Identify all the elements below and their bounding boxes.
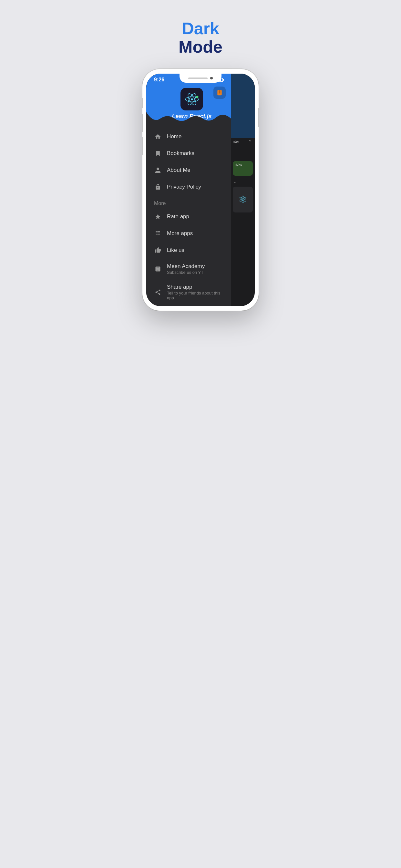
video-icon bbox=[154, 265, 162, 273]
react-atom-icon: ⚛ bbox=[238, 193, 248, 206]
about-label: About Me bbox=[167, 167, 190, 174]
share-label: Share app bbox=[167, 284, 223, 290]
bookmark-btn-inner bbox=[213, 87, 226, 99]
menu-item-home[interactable]: Home bbox=[146, 128, 231, 145]
react-logo-svg bbox=[183, 90, 201, 108]
menu-item-like[interactable]: Like us bbox=[146, 242, 231, 259]
apps-icon bbox=[154, 229, 162, 237]
volume-down-button bbox=[143, 137, 143, 155]
meen-text-group: Meen Academy Subscribe us on YT bbox=[167, 263, 205, 275]
svg-rect-2 bbox=[219, 90, 220, 94]
more-apps-label: More apps bbox=[167, 230, 193, 237]
bookmarks-icon bbox=[154, 150, 162, 157]
silent-button bbox=[143, 98, 143, 108]
menu-item-privacy[interactable]: Privacy Policy bbox=[146, 179, 231, 195]
status-time: 9:26 bbox=[154, 77, 164, 83]
svg-point-8 bbox=[196, 96, 198, 98]
lock-icon bbox=[154, 183, 162, 191]
home-label: Home bbox=[167, 133, 181, 140]
volume-up-button bbox=[143, 114, 143, 132]
menu-item-about[interactable]: About Me bbox=[146, 162, 231, 179]
phone-screen: nter ⌄ ricks ⌄ ⚛ 9:26 bbox=[146, 73, 255, 306]
chevron-down-icon-2: ⌄ bbox=[231, 178, 255, 185]
side-drawer: 9:26 ⊛ bbox=[146, 73, 231, 306]
meen-label: Meen Academy bbox=[167, 263, 205, 270]
menu-item-bookmarks[interactable]: Bookmarks bbox=[146, 145, 231, 162]
notch bbox=[180, 73, 221, 83]
privacy-label: Privacy Policy bbox=[167, 184, 201, 190]
notch-bar bbox=[188, 78, 208, 79]
more-section-title: More bbox=[146, 195, 231, 208]
title-mode-word: Mode bbox=[179, 37, 222, 56]
settings-section-title: Settings bbox=[146, 305, 231, 306]
share-sublabel: Tell to your friends about this app bbox=[167, 290, 223, 300]
bookmark-icon bbox=[216, 89, 223, 96]
menu-area: Home Bookmarks About Me bbox=[146, 125, 231, 306]
app-logo bbox=[181, 88, 203, 111]
right-panel-header bbox=[231, 73, 255, 138]
home-icon bbox=[154, 133, 162, 141]
person-icon bbox=[154, 166, 162, 174]
thumbup-icon bbox=[154, 246, 162, 254]
right-tricks-text: ricks bbox=[233, 161, 253, 167]
rate-label: Rate app bbox=[167, 213, 189, 220]
chevron-down-icon: ⌄ bbox=[248, 136, 252, 143]
power-button bbox=[258, 108, 258, 127]
menu-item-rate[interactable]: Rate app bbox=[146, 208, 231, 225]
menu-item-meen[interactable]: Meen Academy Subscribe us on YT bbox=[146, 259, 231, 279]
page-title-area: Dark Mode bbox=[179, 20, 222, 56]
menu-item-share[interactable]: Share app Tell to your friends about thi… bbox=[146, 279, 231, 305]
page-title: Dark Mode bbox=[179, 20, 222, 56]
bookmarks-label: Bookmarks bbox=[167, 150, 194, 157]
share-text-group: Share app Tell to your friends about thi… bbox=[167, 284, 223, 300]
bookmark-button[interactable] bbox=[213, 87, 226, 99]
title-dark-word: Dark bbox=[182, 19, 219, 38]
front-camera bbox=[210, 77, 213, 80]
menu-item-more-apps[interactable]: More apps bbox=[146, 225, 231, 242]
phone-shell: nter ⌄ ricks ⌄ ⚛ 9:26 bbox=[143, 69, 258, 311]
svg-point-7 bbox=[191, 98, 193, 100]
share-icon bbox=[154, 288, 162, 296]
meen-sublabel: Subscribe us on YT bbox=[167, 270, 205, 275]
wave-svg bbox=[146, 112, 231, 125]
right-card-tricks: ricks bbox=[233, 161, 253, 176]
right-atom-card: ⚛ bbox=[233, 187, 253, 213]
right-panel: nter ⌄ ricks ⌄ ⚛ bbox=[231, 73, 255, 306]
star-icon bbox=[154, 213, 162, 221]
like-label: Like us bbox=[167, 247, 184, 253]
